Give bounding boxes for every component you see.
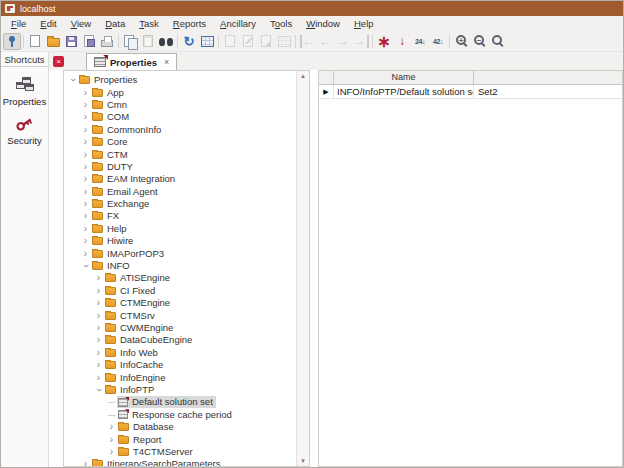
tree-item-imaporpop3[interactable]: ›IMAPorPOP3 [64,247,296,259]
chevron-collapsed-icon[interactable]: › [80,199,91,209]
tree-item-app[interactable]: ›App [64,86,296,98]
zoom-out-button[interactable]: − [470,33,488,50]
tree-item-hiwire[interactable]: ›Hiwire [64,235,296,247]
paste-button[interactable] [139,33,157,50]
tree-item-default-solution-set[interactable]: Default solution set [64,396,296,408]
import-button[interactable]: ↓ [393,33,411,50]
print-button[interactable] [98,33,116,50]
row-selector-icon[interactable]: ▶ [319,85,334,98]
chevron-collapsed-icon[interactable]: › [93,360,104,370]
tree-item-datacubeengine[interactable]: ›DataCubeEngine [64,334,296,346]
chevron-collapsed-icon[interactable]: › [80,150,91,160]
tree-item-infoengine[interactable]: ›InfoEngine [64,371,296,383]
pin-button[interactable] [3,33,21,50]
tree-item-fx[interactable]: ›FX [64,210,296,222]
previous-record-button[interactable]: ← [316,33,334,50]
tree-item-ctmsrv[interactable]: ›CTMSrv [64,309,296,321]
sidebar-item-properties[interactable]: Properties [1,76,48,107]
chevron-collapsed-icon[interactable]: › [106,447,117,457]
chevron-collapsed-icon[interactable]: › [93,348,104,358]
chevron-collapsed-icon[interactable]: › [93,311,104,321]
zoom-reset-button[interactable] [488,33,506,50]
chevron-collapsed-icon[interactable]: › [80,224,91,234]
tree-item-infocache[interactable]: ›InfoCache [64,359,296,371]
tree-item-core[interactable]: ›Core [64,136,296,148]
tree-item-database[interactable]: ›Database [64,421,296,433]
tree-item-properties[interactable]: ›Properties [64,74,296,86]
chevron-collapsed-icon[interactable]: › [93,286,104,296]
first-record-button[interactable]: ← [298,33,316,50]
chevron-expanded-icon[interactable]: › [94,384,104,395]
zoom-in-button[interactable]: + [452,33,470,50]
grid-cell-value[interactable]: Set2 [474,85,622,98]
copy-button[interactable] [121,33,139,50]
sidebar-item-security[interactable]: Security [1,116,48,146]
chevron-collapsed-icon[interactable]: › [80,211,91,221]
chevron-collapsed-icon[interactable]: › [80,100,91,110]
tree-item-exchange[interactable]: ›Exchange [64,198,296,210]
tree-item-cmn[interactable]: ›Cmn [64,99,296,111]
new-record-button[interactable] [221,33,239,50]
tree-item-t4ctmserver[interactable]: ›T4CTMServer [64,446,296,458]
panel-splitter[interactable] [310,70,318,467]
tab-properties[interactable]: Properties × [86,53,177,70]
menu-item-view[interactable]: View [64,17,98,30]
sort-descending-button[interactable]: 42↓ [429,33,447,50]
menu-item-help[interactable]: Help [347,17,381,30]
chevron-collapsed-icon[interactable]: › [80,88,91,98]
menu-item-reports[interactable]: Reports [166,17,213,30]
tree-item-info[interactable]: ›INFO [64,260,296,272]
tree-item-cwmengine[interactable]: ›CWMEngine [64,322,296,334]
refresh-button[interactable]: ↻ [180,33,198,50]
menu-item-data[interactable]: Data [98,17,132,30]
chevron-collapsed-icon[interactable]: › [80,174,91,184]
chevron-collapsed-icon[interactable]: › [80,187,91,197]
grid-row[interactable]: ▶ INFO/InfoPTP/Default solution set Set2 [319,85,622,99]
grid-header-name[interactable]: Name [334,71,474,84]
chevron-collapsed-icon[interactable]: › [93,373,104,383]
menu-item-ancillary[interactable]: Ancillary [213,17,263,30]
tree-item-infoptp[interactable]: ›InfoPTP [64,384,296,396]
record-grid-button[interactable] [275,33,293,50]
chevron-expanded-icon[interactable]: › [68,75,78,86]
tree-item-info-web[interactable]: ›Info Web [64,347,296,359]
tree-item-com[interactable]: ›COM [64,111,296,123]
last-record-button[interactable]: → [352,33,370,50]
tab-close-icon[interactable]: × [164,57,169,67]
chevron-collapsed-icon[interactable]: › [106,422,117,432]
tree-item-response-cache-period[interactable]: Response cache period [64,409,296,421]
save-button[interactable] [62,33,80,50]
menu-item-window[interactable]: Window [299,17,347,30]
chevron-collapsed-icon[interactable]: › [80,125,91,135]
tree-item-help[interactable]: ›Help [64,223,296,235]
next-record-button[interactable]: → [334,33,352,50]
edit-record-button[interactable] [239,33,257,50]
menu-item-edit[interactable]: Edit [33,17,63,30]
tree-item-ctm[interactable]: ›CTM [64,148,296,160]
validate-button[interactable]: ∗ [375,33,393,50]
tree-item-duty[interactable]: ›DUTY [64,161,296,173]
scroll-down-icon[interactable]: ▼ [300,458,306,464]
chevron-expanded-icon[interactable]: › [81,261,91,272]
chevron-collapsed-icon[interactable]: › [80,236,91,246]
table-view-button[interactable] [198,33,216,50]
chevron-collapsed-icon[interactable]: › [80,162,91,172]
chevron-collapsed-icon[interactable]: › [93,323,104,333]
find-button[interactable] [157,33,175,50]
copy-record-button[interactable] [257,33,275,50]
tree-item-commoninfo[interactable]: ›CommonInfo [64,124,296,136]
chevron-collapsed-icon[interactable]: › [80,137,91,147]
chevron-collapsed-icon[interactable]: › [93,273,104,283]
tree-item-itinerarysearchparameters[interactable]: ›ItinerarySearchParameters [64,458,296,466]
chevron-collapsed-icon[interactable]: › [80,459,91,466]
chevron-collapsed-icon[interactable]: › [93,298,104,308]
scroll-up-icon[interactable]: ▲ [300,73,306,79]
menu-item-task[interactable]: Task [132,17,166,30]
sort-ascending-button[interactable]: 24↓ [411,33,429,50]
tree-scrollbar[interactable]: ▲ ▼ [296,71,309,466]
grid-header-value[interactable] [474,71,622,84]
grid-cell-name[interactable]: INFO/InfoPTP/Default solution set [334,85,474,98]
tree-item-eam-integration[interactable]: ›EAM Integration [64,173,296,185]
tree-item-ctmengine[interactable]: ›CTMEngine [64,297,296,309]
tree-item-ci-fixed[interactable]: ›CI Fixed [64,285,296,297]
